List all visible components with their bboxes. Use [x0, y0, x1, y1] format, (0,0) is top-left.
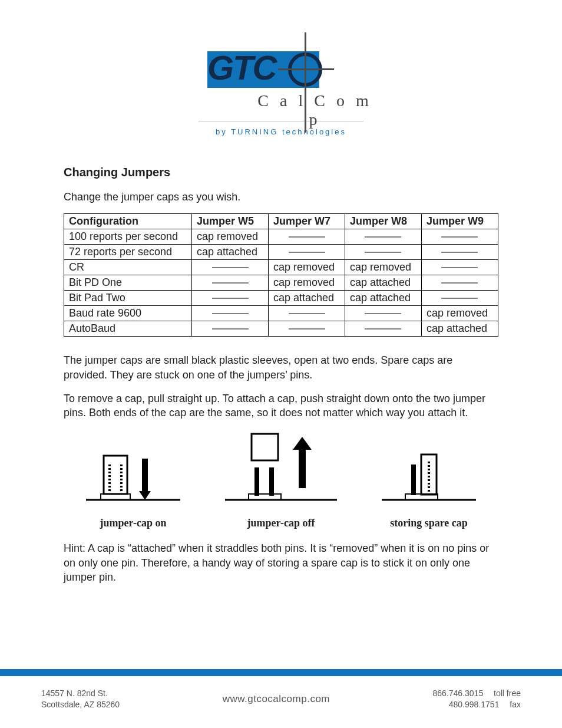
table-cell — [192, 306, 269, 321]
table-cell: 72 reports per second — [64, 245, 192, 260]
company-logo: GTC C a l C o m p by TURNING technologie… — [187, 32, 375, 136]
table-cell: cap removed — [421, 306, 498, 321]
col-header-config: Configuration — [64, 214, 192, 229]
table-cell: 100 reports per second — [64, 229, 192, 245]
table-cell — [421, 291, 498, 306]
hint-paragraph: Hint: A cap is “attached” when it stradd… — [64, 541, 498, 584]
table-row: Bit Pad Twocap attachedcap attached — [64, 291, 498, 306]
table-cell — [269, 321, 345, 337]
col-header-w5: Jumper W5 — [192, 214, 269, 229]
table-cell — [421, 275, 498, 291]
diagram-spare-label: storing spare cap — [379, 517, 479, 529]
svg-rect-5 — [142, 459, 148, 491]
footer-address: 14557 N. 82nd St. Scottsdale, AZ 85260 — [41, 688, 120, 710]
footer-label-tollfree: toll free — [494, 689, 521, 698]
diagram-cap-on-label: jumper-cap on — [83, 517, 183, 529]
table-cell — [421, 245, 498, 260]
table-cell — [192, 275, 269, 291]
svg-marker-6 — [139, 491, 151, 500]
table-cell: cap removed — [269, 260, 345, 275]
table-cell — [269, 306, 345, 321]
table-cell: AutoBaud — [64, 321, 192, 337]
jumper-cap-diagram: jumper-cap on jumper-cap off — [64, 429, 498, 529]
svg-rect-10 — [269, 467, 274, 496]
table-cell: cap attached — [192, 245, 269, 260]
table-cell — [269, 245, 345, 260]
table-cell — [421, 229, 498, 245]
spare-cap-icon — [379, 444, 479, 509]
diagram-cap-off: jumper-cap off — [222, 432, 340, 529]
table-cell — [192, 260, 269, 275]
svg-rect-12 — [299, 450, 306, 488]
table-cell — [192, 291, 269, 306]
table-cell: Bit Pad Two — [64, 291, 192, 306]
body-paragraph-1: The jumper caps are small black plastic … — [64, 353, 498, 382]
table-row: Bit PD Onecap removedcap attached — [64, 275, 498, 291]
table-header-row: Configuration Jumper W5 Jumper W7 Jumper… — [64, 214, 498, 229]
col-header-w8: Jumper W8 — [345, 214, 422, 229]
table-cell — [345, 321, 422, 337]
svg-rect-9 — [254, 467, 259, 496]
cap-on-icon — [83, 444, 183, 509]
jumper-config-table: Configuration Jumper W5 Jumper W7 Jumper… — [64, 213, 498, 337]
diagram-cap-off-label: jumper-cap off — [222, 517, 340, 529]
table-cell: cap removed — [269, 275, 345, 291]
table-cell — [345, 306, 422, 321]
col-header-w9: Jumper W9 — [421, 214, 498, 229]
table-cell: Baud rate 9600 — [64, 306, 192, 321]
table-row: 100 reports per secondcap removed — [64, 229, 498, 245]
footer-divider — [0, 669, 562, 676]
table-cell: cap attached — [345, 291, 422, 306]
footer-website: www.gtcocalcomp.com — [223, 693, 330, 705]
svg-rect-17 — [421, 454, 437, 495]
table-cell — [269, 229, 345, 245]
intro-paragraph: Change the jumper caps as you wish. — [64, 190, 498, 204]
svg-rect-16 — [411, 465, 416, 495]
svg-marker-13 — [293, 437, 312, 450]
svg-rect-11 — [252, 434, 278, 460]
cap-off-icon — [222, 432, 340, 509]
col-header-w7: Jumper W7 — [269, 214, 345, 229]
table-cell — [421, 260, 498, 275]
table-cell: cap attached — [345, 275, 422, 291]
svg-rect-2 — [104, 456, 127, 494]
footer-phone-fax: 480.998.1751 — [449, 700, 500, 709]
table-cell — [192, 321, 269, 337]
table-cell: cap removed — [192, 229, 269, 245]
footer-phone-tollfree: 866.746.3015 — [433, 689, 484, 698]
table-cell: cap attached — [421, 321, 498, 337]
table-cell: cap removed — [345, 260, 422, 275]
footer-address-line2: Scottsdale, AZ 85260 — [41, 699, 120, 710]
section-heading: Changing Jumpers — [64, 166, 498, 179]
table-cell — [345, 229, 422, 245]
table-cell: Bit PD One — [64, 275, 192, 291]
page-footer: 14557 N. 82nd St. Scottsdale, AZ 85260 w… — [0, 688, 562, 710]
table-cell — [345, 245, 422, 260]
table-row: 72 reports per secondcap attached — [64, 245, 498, 260]
footer-label-fax: fax — [510, 700, 521, 709]
logo-calcomp-text: C a l C o m p — [254, 91, 375, 129]
table-row: AutoBaudcap attached — [64, 321, 498, 337]
footer-phones: 866.746.3015 toll free 480.998.1751 fax — [433, 688, 521, 710]
logo-brand-text: GTC — [207, 48, 276, 87]
table-row: CRcap removedcap removed — [64, 260, 498, 275]
diagram-cap-on: jumper-cap on — [83, 444, 183, 529]
body-paragraph-2: To remove a cap, pull straight up. To at… — [64, 391, 498, 420]
diagram-spare-cap: storing spare cap — [379, 444, 479, 529]
footer-address-line1: 14557 N. 82nd St. — [41, 688, 120, 699]
table-cell: cap attached — [269, 291, 345, 306]
table-cell: CR — [64, 260, 192, 275]
table-row: Baud rate 9600cap removed — [64, 306, 498, 321]
